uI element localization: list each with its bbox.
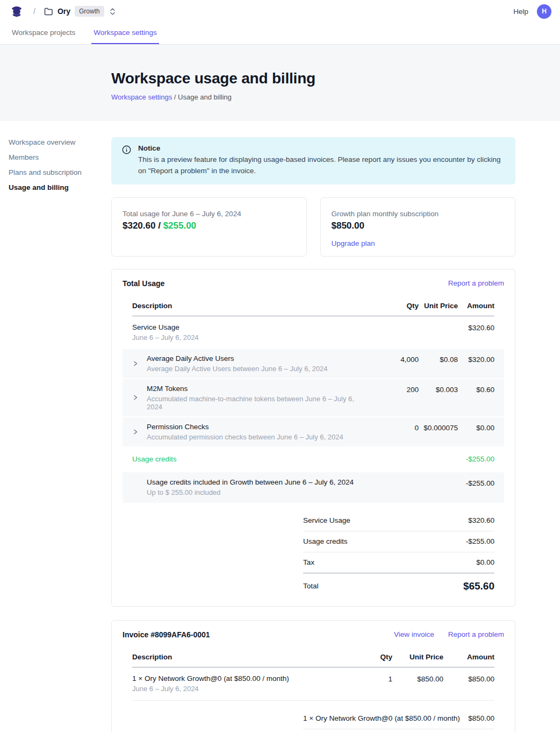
top-bar: / Ory Growth Help H bbox=[0, 0, 560, 23]
total-usage-title: Total Usage bbox=[123, 279, 164, 288]
page-title: Workspace usage and billing bbox=[111, 70, 560, 87]
tab-workspace-projects[interactable]: Workspace projects bbox=[10, 23, 77, 44]
help-link[interactable]: Help bbox=[513, 8, 528, 16]
row-title: Permission Checks bbox=[147, 423, 343, 431]
invoice-summary: 1 × Ory Network Growth@0 (at $850.00 / m… bbox=[303, 708, 494, 732]
column-qty: Qty bbox=[354, 302, 419, 310]
breadcrumb-workspace-settings-link[interactable]: Workspace settings bbox=[111, 93, 172, 101]
usage-amount-credit: $255.00 bbox=[163, 221, 196, 231]
row-unit-price: $0.08 bbox=[419, 354, 458, 364]
subscription-card: Growth plan monthly subscription $850.00… bbox=[320, 197, 516, 257]
notice-body: This is a preview feature for displaying… bbox=[138, 154, 505, 177]
column-description: Description bbox=[132, 302, 354, 310]
invoice-section: Invoice #8099AFA6-0001 View invoice Repo… bbox=[111, 620, 515, 732]
usage-amount-separator: / bbox=[155, 221, 163, 231]
summary-label: Service Usage bbox=[303, 516, 350, 524]
report-a-problem-link[interactable]: Report a problem bbox=[448, 279, 504, 287]
column-unit-price: Unit Price bbox=[392, 653, 443, 661]
chevron-right-icon[interactable] bbox=[132, 429, 147, 435]
row-qty: 200 bbox=[354, 385, 419, 394]
summary-row: 1 × Ory Network Growth@0 (at $850.00 / m… bbox=[303, 708, 494, 729]
breadcrumb-separator: / bbox=[33, 7, 35, 16]
row-subtitle: June 6 – July 6, 2024 bbox=[132, 685, 357, 693]
folder-icon bbox=[44, 8, 53, 16]
workspace-switcher[interactable]: Ory Growth bbox=[44, 6, 116, 17]
total-usage-card-value: $320.60 / $255.00 bbox=[123, 221, 296, 231]
row-title: Average Daily Active Users bbox=[147, 354, 328, 363]
total-usage-section: Total Usage Report a problem Description… bbox=[111, 269, 515, 607]
table-row: Average Daily Active Users Average Daily… bbox=[123, 349, 504, 378]
table-row: 1 × Ory Network Growth@0 (at $850.00 / m… bbox=[132, 667, 494, 701]
subscription-card-label: Growth plan monthly subscription bbox=[332, 210, 505, 218]
row-amount: $320.60 bbox=[458, 323, 494, 342]
row-amount: -$255.00 bbox=[466, 455, 494, 463]
avatar[interactable]: H bbox=[537, 4, 551, 19]
page-hero: Workspace usage and billing Workspace se… bbox=[0, 45, 560, 121]
row-amount: $850.00 bbox=[443, 674, 494, 693]
workspace-tabs: Workspace projects Workspace settings bbox=[0, 23, 560, 45]
total-value: $65.60 bbox=[463, 580, 494, 592]
row-unit-price: $850.00 bbox=[392, 674, 443, 693]
sidebar-item-workspace-overview[interactable]: Workspace overview bbox=[9, 138, 103, 146]
workspace-name: Ory bbox=[58, 7, 70, 16]
invoice-table: Description Qty Unit Price Amount 1 × Or… bbox=[132, 648, 494, 701]
column-amount: Amount bbox=[443, 653, 494, 661]
sidebar-item-members[interactable]: Members bbox=[9, 153, 103, 161]
summary-value: $320.60 bbox=[468, 516, 494, 524]
breadcrumb-current: Usage and billing bbox=[178, 93, 232, 101]
column-unit-price: Unit Price bbox=[419, 302, 458, 310]
summary-label: Usage credits bbox=[303, 537, 348, 545]
chevron-up-down-icon bbox=[110, 8, 116, 16]
settings-sidebar: Workspace overview Members Plans and sub… bbox=[0, 121, 111, 732]
breadcrumb: Workspace settings / Usage and billing bbox=[111, 93, 560, 101]
row-subtitle: Accumulated machine-to-machine tokens be… bbox=[147, 395, 354, 411]
column-amount: Amount bbox=[458, 302, 494, 310]
table-row: Usage credits included in Growth between… bbox=[123, 472, 504, 503]
row-amount: $0.60 bbox=[458, 385, 494, 394]
summary-value: $0.00 bbox=[476, 558, 494, 566]
row-qty: 4,000 bbox=[354, 354, 419, 364]
table-row: M2M Tokens Accumulated machine-to-machin… bbox=[123, 379, 504, 416]
breadcrumb-separator: / bbox=[172, 93, 178, 101]
notice-title: Notice bbox=[138, 144, 505, 152]
column-qty: Qty bbox=[357, 653, 392, 661]
chevron-right-icon[interactable] bbox=[132, 394, 147, 401]
total-label: Total bbox=[303, 582, 319, 590]
usage-amount-used: $320.60 bbox=[123, 221, 155, 231]
row-amount: -$255.00 bbox=[458, 478, 494, 487]
row-amount: $0.00 bbox=[458, 423, 494, 432]
row-subtitle: June 6 – July 6, 2024 bbox=[132, 333, 354, 342]
summary-label: 1 × Ory Network Growth@0 (at $850.00 / m… bbox=[303, 714, 460, 722]
info-icon bbox=[122, 145, 131, 177]
row-subtitle: Up to $ 255.00 included bbox=[147, 488, 354, 496]
sidebar-item-usage-and-billing[interactable]: Usage and billing bbox=[9, 183, 103, 191]
summary-label: Tax bbox=[303, 558, 314, 566]
tab-workspace-settings[interactable]: Workspace settings bbox=[91, 23, 159, 44]
row-subtitle: Accumulated permission checks between Ju… bbox=[147, 433, 343, 441]
column-description: Description bbox=[132, 653, 357, 661]
upgrade-plan-link[interactable]: Upgrade plan bbox=[332, 239, 375, 247]
table-row: Permission Checks Accumulated permission… bbox=[123, 417, 504, 446]
usage-table-header: Description Qty Unit Price Amount bbox=[132, 296, 494, 316]
view-invoice-link[interactable]: View invoice bbox=[394, 630, 434, 638]
row-title: Usage credits bbox=[132, 455, 177, 463]
summary-value: $850.00 bbox=[468, 714, 494, 722]
report-a-problem-link[interactable]: Report a problem bbox=[448, 630, 504, 638]
content-area: Notice This is a preview feature for dis… bbox=[111, 121, 515, 732]
notice-banner: Notice This is a preview feature for dis… bbox=[111, 137, 515, 184]
sidebar-item-plans-and-subscription[interactable]: Plans and subscription bbox=[9, 168, 103, 176]
summary-value: -$255.00 bbox=[466, 537, 494, 545]
chevron-right-icon[interactable] bbox=[132, 360, 147, 367]
usage-summary: Service Usage $320.60 Usage credits -$25… bbox=[303, 510, 494, 592]
total-usage-card-label: Total usage for June 6 – July 6, 2024 bbox=[123, 210, 296, 218]
ory-logo-icon[interactable] bbox=[10, 4, 24, 18]
summary-row: Tax $0.00 bbox=[303, 552, 494, 573]
summary-total-row: Total $65.60 bbox=[303, 573, 494, 592]
row-unit-price: $0.003 bbox=[419, 385, 458, 394]
plan-badge: Growth bbox=[75, 6, 104, 17]
row-amount: $320.00 bbox=[458, 354, 494, 364]
total-usage-card: Total usage for June 6 – July 6, 2024 $3… bbox=[111, 197, 307, 257]
row-title: Service Usage bbox=[132, 323, 354, 331]
summary-row: Tax $0.00 bbox=[303, 729, 494, 732]
invoice-title: Invoice #8099AFA6-0001 bbox=[123, 630, 210, 639]
